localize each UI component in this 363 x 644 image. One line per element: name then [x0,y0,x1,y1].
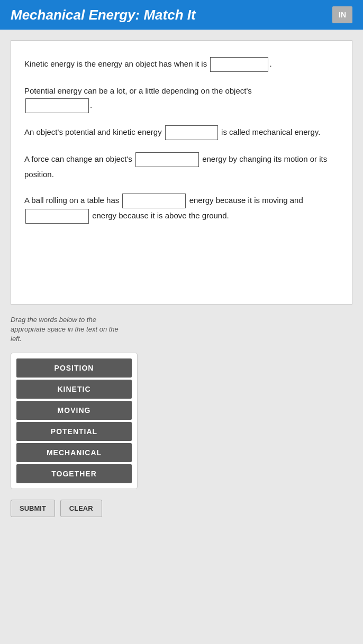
app-header: Mechanical Energy: Match It IN [0,0,363,30]
blank-input-6[interactable] [25,209,89,224]
sentence4-before: A force can change an object's [24,154,132,163]
blank-input-3[interactable] [165,125,218,140]
blank-input-5[interactable] [122,194,186,208]
word-chip-moving[interactable]: MOVING [16,401,132,420]
sentence5-part1-after: energy because it is moving and [189,196,303,205]
sentence3-before: An object's potential and kinetic energy [24,127,162,136]
word-chip-mechanical[interactable]: MECHANICAL [16,443,132,462]
word-bank: POSITION KINETIC MOVING POTENTIAL MECHAN… [11,353,138,489]
main-content: Kinetic energy is the energy an object h… [0,30,363,305]
submit-button[interactable]: SUBMIT [11,500,55,517]
sentence5-part2-after: energy because it is above the ground. [92,211,229,220]
sentence-2: Potential energy can be a lot, or a litt… [24,84,339,113]
page-title: Mechanical Energy: Match It [11,7,196,23]
blank-input-2[interactable] [25,98,89,113]
word-chip-together[interactable]: TOGETHER [16,464,132,483]
clear-button[interactable]: CLEAR [60,500,102,517]
text-panel: Kinetic energy is the energy an object h… [11,40,352,305]
word-chip-kinetic[interactable]: KINETIC [16,380,132,399]
sentence1-after: . [269,59,271,68]
word-chip-position[interactable]: POSITION [16,358,132,378]
word-chip-potential[interactable]: POTENTIAL [16,422,132,441]
info-button[interactable]: IN [332,6,352,23]
blank-input-1[interactable] [210,57,268,72]
sentence-3: An object's potential and kinetic energy… [24,125,339,140]
sentence-5: A ball rolling on a table has energy bec… [24,193,339,224]
sentence3-after: is called mechanical energy. [221,127,320,136]
sentence1-before: Kinetic energy is the energy an object h… [24,59,207,68]
drag-instruction: Drag the words below to the appropriate … [11,315,127,344]
blank-input-4[interactable] [135,152,199,167]
buttons-row: SUBMIT CLEAR [11,500,352,517]
bottom-section: Drag the words below to the appropriate … [0,305,363,528]
sentence2-before: Potential energy can be a lot, or a litt… [24,86,252,95]
sentence-1: Kinetic energy is the energy an object h… [24,57,339,72]
sentence2-after: . [90,100,92,109]
sentence-4: A force can change an object's energy by… [24,152,339,181]
sentence5-part1-before: A ball rolling on a table has [24,196,119,205]
